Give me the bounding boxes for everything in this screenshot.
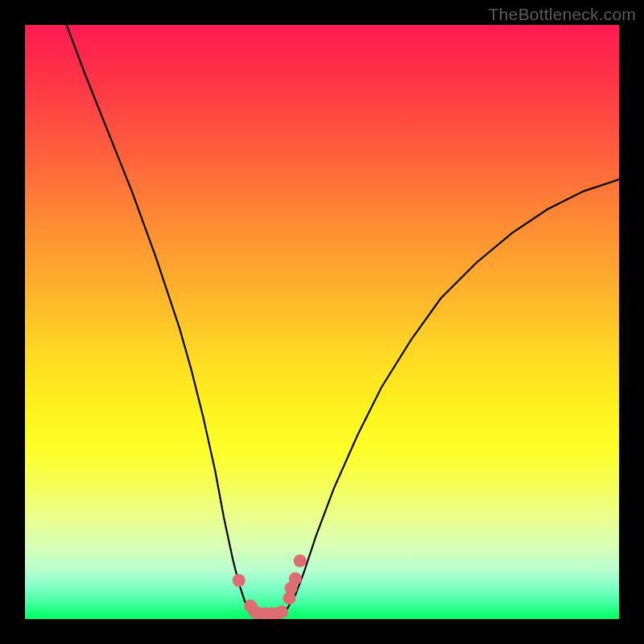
highlight-marker	[289, 572, 302, 585]
highlight-marker	[294, 555, 307, 568]
bottleneck-curve	[67, 25, 619, 614]
chart-frame: TheBottleneck.com	[0, 0, 644, 644]
curve-layer	[25, 25, 619, 619]
highlight-marker	[233, 574, 246, 587]
marker-group	[233, 555, 307, 619]
highlight-marker	[275, 605, 288, 618]
plot-area	[25, 25, 619, 619]
watermark-text: TheBottleneck.com	[489, 5, 636, 24]
